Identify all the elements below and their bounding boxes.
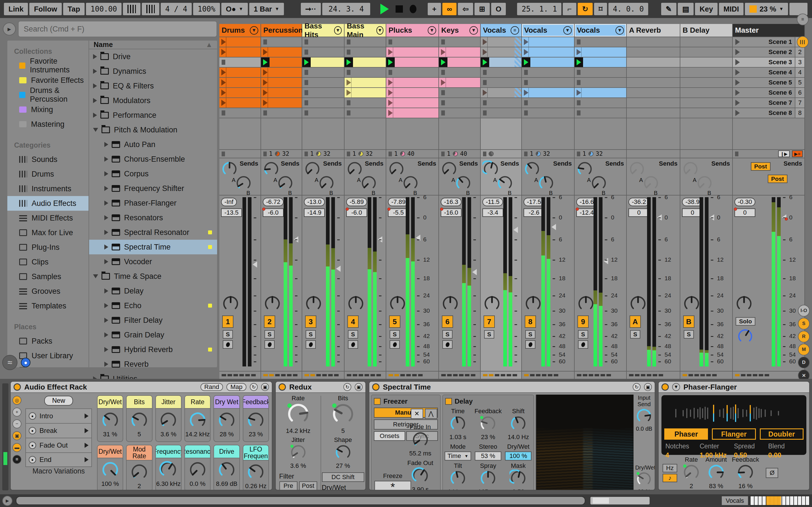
- clip[interactable]: [219, 78, 260, 88]
- tree-item-corpus[interactable]: Corpus: [89, 166, 217, 181]
- scene-play-icon[interactable]: [735, 110, 740, 116]
- macro-knob[interactable]: [217, 411, 236, 431]
- variation-row-intro[interactable]: ●Intro: [26, 408, 92, 423]
- info-icon[interactable]: ●: [21, 358, 31, 367]
- chevron-right-icon[interactable]: [104, 318, 108, 323]
- computer-midi-keyboard-button[interactable]: ▤: [678, 3, 694, 15]
- clip-playing[interactable]: [574, 57, 626, 68]
- scene-slot-7[interactable]: Scene 7: [733, 98, 795, 108]
- draw-pencil-button[interactable]: ✎: [661, 3, 676, 15]
- track-header-a-reverb[interactable]: A Reverb: [627, 24, 680, 37]
- macro-knob[interactable]: [188, 460, 207, 480]
- phaser-amount-knob[interactable]: [707, 477, 725, 482]
- pan-knob[interactable]: [524, 295, 542, 314]
- clip-stop-all-icon[interactable]: [347, 152, 350, 156]
- arm-button[interactable]: [264, 340, 274, 349]
- clip-play-icon[interactable]: [388, 100, 393, 106]
- clip-stop-icon[interactable]: [441, 100, 445, 105]
- chevron-right-icon[interactable]: [104, 288, 108, 293]
- dc-shift-button[interactable]: DC Shift: [322, 472, 364, 482]
- sidebar-item-sounds[interactable]: Sounds: [7, 152, 89, 167]
- scene-play-icon[interactable]: [735, 49, 740, 55]
- draw-mode-button[interactable]: +: [428, 3, 441, 15]
- clip-stop-all-icon[interactable]: [263, 152, 267, 156]
- clip-slot-empty[interactable]: [439, 108, 480, 118]
- launch-variation-icon[interactable]: [85, 413, 89, 418]
- key-map-button[interactable]: Key: [695, 3, 718, 15]
- volume-fader[interactable]: 606121824303642485460: [594, 197, 603, 367]
- delay-tilt-knob[interactable]: [449, 483, 467, 488]
- clip-stop-icon[interactable]: [305, 80, 308, 85]
- device-selector-strip[interactable]: [2, 383, 8, 490]
- clip[interactable]: [574, 47, 626, 57]
- track-activate-button[interactable]: 8: [525, 316, 536, 328]
- tree-item-hybrid-reverb[interactable]: Hybrid Reverb: [89, 342, 217, 357]
- pan-knob[interactable]: [347, 295, 365, 314]
- variation-remove-icon[interactable]: ▬: [12, 443, 21, 452]
- pan-knob[interactable]: [577, 295, 595, 314]
- macro-name[interactable]: Mod Rate: [126, 445, 152, 460]
- peak-level-display[interactable]: -36.2: [628, 198, 649, 206]
- clip-stop-icon[interactable]: [347, 50, 350, 55]
- cpu-meter[interactable]: 23 %▼: [745, 3, 788, 15]
- solo-button[interactable]: S: [348, 330, 358, 339]
- clip-stop-all-icon[interactable]: [483, 152, 486, 156]
- freezer-toggle[interactable]: [374, 398, 380, 405]
- rate-hz-button[interactable]: Hz: [663, 464, 677, 472]
- clip-playing[interactable]: [261, 57, 302, 68]
- scene-slot-2[interactable]: Scene 2: [733, 47, 795, 57]
- zoom-scrollbar[interactable]: [591, 497, 650, 504]
- clip[interactable]: [345, 78, 386, 88]
- clip[interactable]: [439, 47, 480, 57]
- arm-button[interactable]: [525, 340, 536, 349]
- clip-playing[interactable]: [302, 57, 344, 68]
- track-fold-icon[interactable]: ▼: [376, 26, 384, 35]
- chevron-right-icon[interactable]: [104, 244, 108, 249]
- track-activate-button[interactable]: 3: [305, 316, 316, 328]
- track-activate-button[interactable]: 7: [484, 316, 495, 328]
- macro-knob[interactable]: [101, 411, 119, 431]
- track-activate-button[interactable]: 4: [347, 316, 359, 328]
- group-unfold-icon[interactable]: ≡: [511, 26, 519, 35]
- tab-flanger[interactable]: Flanger: [712, 429, 756, 440]
- volume-field[interactable]: 0: [734, 209, 755, 217]
- macro-name[interactable]: Resonance: [185, 445, 210, 458]
- mixer-meters-icon[interactable]: |||: [797, 36, 809, 48]
- volume-field[interactable]: -16.0: [441, 209, 462, 217]
- clip-stop-icon[interactable]: [389, 70, 392, 75]
- clip-stop-all-icon[interactable]: [524, 152, 527, 156]
- sidebar-item-plug-ins[interactable]: Plug-Ins: [7, 240, 89, 255]
- scene-play-icon[interactable]: [735, 39, 740, 45]
- midi-map-button[interactable]: MIDI: [719, 3, 744, 15]
- clip-slot-empty[interactable]: [345, 98, 386, 108]
- clip[interactable]: [522, 88, 574, 98]
- volume-fader[interactable]: [368, 197, 377, 367]
- punch-in-button[interactable]: ⌐: [563, 3, 576, 15]
- pan-knob[interactable]: [263, 295, 282, 314]
- solo-button[interactable]: S: [684, 330, 694, 339]
- volume-field[interactable]: 0: [628, 209, 649, 217]
- solo-button[interactable]: S: [264, 330, 274, 339]
- track-header-drums[interactable]: Drums▼: [219, 24, 260, 37]
- track-header-master[interactable]: Master: [733, 24, 804, 37]
- clip[interactable]: [386, 108, 439, 118]
- macro-knob[interactable]: [246, 463, 265, 483]
- tree-item-pitch-modulation[interactable]: Pitch & Modulation: [89, 122, 217, 137]
- nudge-up-button[interactable]: [142, 3, 159, 15]
- time-signature-field[interactable]: 4 / 4: [161, 3, 192, 15]
- sidebar-item-favorite-effects[interactable]: Favorite Effects: [7, 73, 89, 88]
- sidebar-item-samples[interactable]: Samples: [7, 269, 89, 284]
- tree-item-eq-filters[interactable]: EQ & Filters: [89, 78, 217, 93]
- tree-item-frequency-shifter[interactable]: Frequency Shifter: [89, 181, 217, 196]
- clip-stop-icon[interactable]: [577, 100, 580, 105]
- freeze-button[interactable]: *: [374, 481, 411, 490]
- clip-play-icon[interactable]: [388, 110, 393, 116]
- clip-slot-empty[interactable]: [302, 78, 344, 88]
- clip-slot-empty[interactable]: [481, 98, 521, 108]
- chevron-right-icon[interactable]: [104, 201, 108, 206]
- nudge-down-button[interactable]: [123, 3, 140, 15]
- launch-variation-icon[interactable]: [85, 457, 89, 462]
- clip-stop-icon[interactable]: [441, 90, 445, 95]
- param-value[interactable]: 1.00 kHz: [700, 451, 734, 459]
- param-value[interactable]: 0.00: [768, 451, 803, 459]
